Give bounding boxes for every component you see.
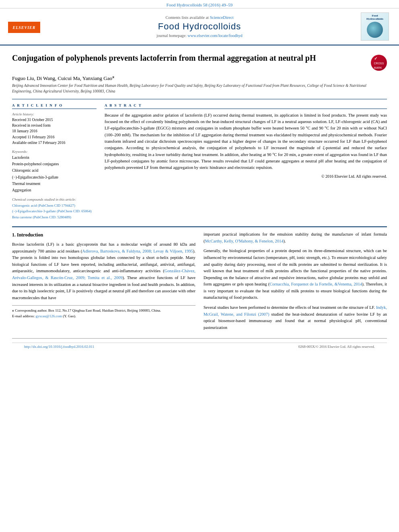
received-revised-label: Received in revised form (12, 123, 97, 128)
history-label: Article history: (12, 112, 97, 116)
ref-adlerova[interactable]: Adlerova, Bartoskova, & Faldyna, 2008; L… (82, 249, 193, 253)
header-center: Contents lists available at ScienceDirec… (40, 15, 359, 38)
top-bar: Food Hydrocolloids 58 (2016) 49–59 (0, 0, 399, 8)
keyword-2: Protein-polyphenol conjugates (12, 161, 97, 167)
keywords-list: Lactoferrin Protein-polyphenol conjugate… (12, 154, 97, 193)
star-footnote: ⁎ Corresponding author. Box 112, No.17 Q… (12, 308, 195, 314)
journal-title: Food Hydrocolloids (40, 21, 359, 32)
article-info-label: A R T I C L E I N F O (12, 103, 97, 109)
abstract-text: Because of the aggregation and/or gelati… (105, 112, 387, 171)
right-para-3: Several studies have been performed to d… (204, 304, 387, 331)
article-title-section: Conjugation of polyphenols prevents lact… (12, 53, 387, 71)
issn: 0268-005X/© 2016 Elsevier Ltd. All right… (298, 345, 375, 349)
authors-line: Fuguo Liu, Di Wang, Cuicui Ma, Yanxiang … (12, 74, 387, 82)
crossmark-badge[interactable]: ✓CROSSMARK (371, 55, 387, 71)
affiliation: Beijing Advanced Innovation Center for F… (12, 83, 387, 94)
copyright: © 2016 Elsevier Ltd. All rights reserved… (105, 174, 387, 179)
main-content: Conjugation of polyphenols prevents lact… (0, 45, 399, 357)
email-link[interactable]: gyxcau@126.com (35, 314, 62, 318)
keyword-4: (−)-Epigallocatechin-3-gallate (12, 174, 97, 181)
info-abstract-section: A R T I C L E I N F O Article history: R… (12, 103, 387, 220)
body-section: 1. Introduction Bovine lactoferrin (LF) … (12, 231, 387, 334)
author-names: Fuguo Liu, Di Wang, Cuicui Ma, Yanxiang … (12, 75, 112, 81)
header-divider (12, 99, 387, 99)
keywords-group: Keywords: Lactoferrin Protein-polyphenol… (12, 150, 97, 193)
header-right: Food Hydrocolloids (359, 12, 391, 41)
email-label: E-mail address: (12, 314, 35, 318)
header-left: ELSEVIER (8, 20, 40, 33)
right-para-1: important practical implications for the… (204, 231, 387, 244)
keyword-3: Chlorogenic acid (12, 167, 97, 174)
ref-indyk[interactable]: Indyk, McGrail, Watene, and Filonzi (200… (204, 305, 387, 316)
accepted-date: Accepted 11 February 2016 (12, 134, 97, 140)
contents-line: Contents lists available at ScienceDirec… (40, 15, 359, 20)
abstract-label: A B S T R A C T (105, 103, 387, 109)
received-date: Received 31 October 2015 (12, 117, 97, 123)
sciencedirect-link[interactable]: ScienceDirect (210, 15, 234, 20)
chemical-section: Chemical compounds studied in this artic… (12, 197, 97, 220)
keyword-6: Aggregation (12, 187, 97, 193)
footer-bar: http://dx.doi.org/10.1016/j.foodhyd.2016… (12, 343, 387, 350)
homepage-line: journal homepage: www.elsevier.com/locat… (40, 33, 359, 38)
intro-heading: 1. Introduction (12, 231, 195, 239)
body-col-left: 1. Introduction Bovine lactoferrin (LF) … (12, 231, 195, 334)
footnote-divider (12, 305, 195, 306)
keyword-1: Lactoferrin (12, 154, 97, 161)
article-info-col: A R T I C L E I N F O Article history: R… (12, 103, 97, 220)
email-footnote: E-mail address: gyxcau@126.com (Y. Gao). (12, 314, 195, 319)
journal-reference: Food Hydrocolloids 58 (2016) 49–59 (167, 2, 232, 7)
body-divider (12, 226, 387, 227)
history-group: Article history: Received 31 October 201… (12, 112, 97, 146)
elsevier-logo: ELSEVIER (8, 22, 40, 33)
article-title: Conjugation of polyphenols prevents lact… (12, 53, 371, 63)
footnote: ⁎ Corresponding author. Box 112, No.17 Q… (12, 308, 195, 319)
abstract-col: A B S T R A C T Because of the aggregati… (105, 103, 387, 220)
received-revised-date: 18 January 2016 (12, 128, 97, 134)
keyword-5: Thermal treatment (12, 181, 97, 187)
logo-line2: Hydrocolloids (366, 17, 383, 21)
homepage-link[interactable]: www.elsevier.com/locate/foodhyd (187, 33, 243, 38)
available-date: Available online 17 February 2016 (12, 140, 97, 146)
keywords-label: Keywords: (12, 150, 97, 154)
right-para-2: Generally, the biological properties of … (204, 248, 387, 301)
chemical-label: Chemical compounds studied in this artic… (12, 197, 97, 201)
ref-mccarthy[interactable]: McCarthy, Kelly, O'Mahony, & Fenelon, 20… (205, 239, 284, 243)
body-col-right: important practical implications for the… (204, 231, 387, 334)
journal-logo-box: Food Hydrocolloids (361, 12, 389, 41)
ref-cornacchia[interactable]: Cornacchia, Forquenot de la Fortelle, &V… (269, 282, 362, 286)
doi-link[interactable]: http://dx.doi.org/10.1016/j.foodhyd.2016… (24, 345, 94, 349)
chemical-3: Beta carotene (PubChem CID: 5280489) (12, 214, 97, 220)
email-name: (Y. Gao). (63, 314, 76, 318)
chemical-2: (−)-Epigallocatechin-3-gallate (PubChem … (12, 208, 97, 214)
intro-para-1: Bovine lactoferrin (LF) is a basic glyco… (12, 241, 195, 301)
logo-line1: Food (372, 14, 378, 17)
ref-gonzalez[interactable]: González-Chávez, Arévalo-Gallegos, & Ras… (12, 269, 195, 280)
author-star: ⁎ (112, 74, 115, 79)
journal-header: ELSEVIER Contents lists available at Sci… (0, 8, 399, 45)
footer-divider (12, 338, 387, 339)
chemical-1: Chlorogenic acid (PubChem CID 1794427) (12, 203, 97, 208)
